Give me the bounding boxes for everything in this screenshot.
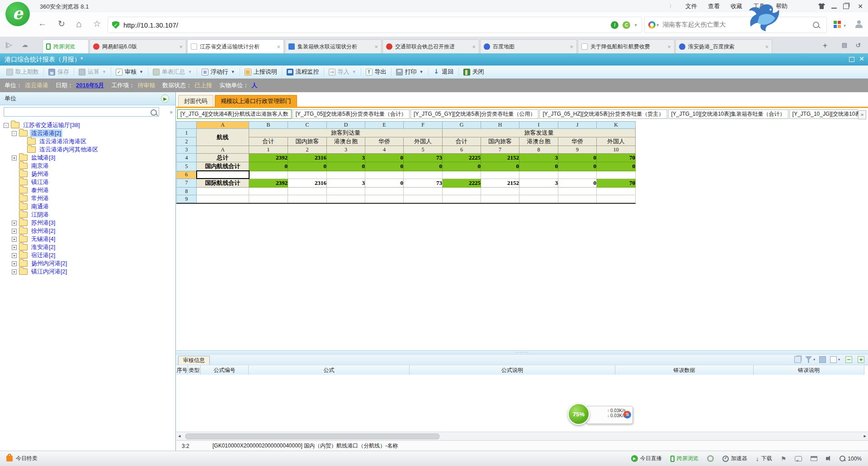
grid-cell[interactable]	[404, 188, 443, 195]
minimize-button[interactable]	[831, 4, 837, 9]
grid-cell[interactable]	[327, 195, 365, 203]
tree-item-label[interactable]: 连云港港[2]	[30, 129, 62, 137]
grid-cell[interactable]	[249, 188, 288, 195]
entity-value[interactable]: 人	[251, 81, 257, 89]
row-label-cell[interactable]: 总计	[197, 154, 249, 162]
save-result-icon[interactable]	[819, 356, 826, 363]
grid-cell[interactable]: 73	[404, 154, 443, 162]
home-icon[interactable]: ⌂	[76, 19, 82, 29]
grid-cell[interactable]	[519, 188, 558, 195]
browser-tab[interactable]: 关于降低船舶引航费收费×	[578, 39, 675, 53]
grid-cell[interactable]	[249, 195, 288, 203]
mini-logo-icon[interactable]	[707, 455, 714, 462]
toolbar-floatrow-button[interactable]: 浮动行▼	[198, 66, 239, 77]
grid-cell[interactable]	[481, 195, 519, 203]
tree-item-label[interactable]: 连云港港沿海港区	[38, 137, 88, 146]
grid-cell[interactable]: 0	[519, 162, 558, 171]
browser-tab[interactable]: 百度地图×	[480, 39, 577, 53]
expand-icon[interactable]: +	[12, 269, 17, 274]
tree-item[interactable]: +苏州港[3]	[0, 219, 175, 227]
grid-cell[interactable]	[481, 188, 519, 195]
toolbar-close-button[interactable]: 关闭	[460, 66, 488, 77]
grid-cell[interactable]: 2225	[443, 154, 481, 162]
tree-item-label[interactable]: 苏州港[3]	[30, 219, 57, 227]
column-header[interactable]: I	[519, 122, 558, 129]
row-number[interactable]: 5	[177, 162, 197, 171]
grid-cell[interactable]	[197, 195, 249, 203]
grid-cell[interactable]	[288, 188, 327, 195]
grid-cell[interactable]: 0	[365, 154, 404, 162]
speaker-icon[interactable]	[826, 457, 828, 460]
tree-item-label[interactable]: 江苏省交通运输厅[38]	[22, 121, 81, 129]
extensions-grid-icon[interactable]	[834, 21, 841, 28]
row-number[interactable]: 9	[177, 195, 197, 203]
login-avatar-icon[interactable]	[855, 20, 863, 28]
booster-button[interactable]: 加速器	[722, 455, 747, 462]
grid-cell[interactable]	[288, 195, 327, 203]
live-button[interactable]: ▶ 今日直播	[631, 455, 662, 462]
tab-close-icon[interactable]: ×	[472, 43, 476, 50]
tree-item[interactable]: +镇江内河港[2]	[0, 268, 175, 276]
tree-item-label[interactable]: 扬州内河港[2]	[30, 259, 68, 268]
url-text[interactable]: http://10.1.30.107/	[123, 21, 611, 29]
grid-cell[interactable]: 0	[597, 162, 636, 171]
grid-cell[interactable]	[558, 195, 597, 203]
audit-column-7[interactable]: 错误说明	[754, 365, 864, 375]
tree-item[interactable]: -江苏省交通运输厅[38]	[0, 121, 175, 129]
extensions-caret-icon[interactable]: ▾	[844, 23, 846, 28]
tree-item[interactable]: 连云港港内河其他港区	[0, 146, 175, 154]
tab-close-icon[interactable]: ×	[277, 43, 280, 50]
tree-item-label[interactable]: 连云港港内河其他港区	[38, 146, 99, 154]
grid-cell[interactable]	[597, 188, 636, 195]
sheet-tab[interactable]: [Y_JTG_05][交统港5表]分货类吞吐量（合计）	[292, 109, 410, 119]
browser-tab[interactable]: 网易邮箱6.0版×	[90, 39, 186, 53]
grid-cell[interactable]	[481, 171, 519, 179]
tree-item[interactable]: +无锡港[4]	[0, 235, 175, 243]
grid-cell[interactable]: 0	[558, 179, 597, 188]
tree-item[interactable]: +扬州内河港[2]	[0, 259, 175, 268]
search-input[interactable]: 湖南客车起火伤亡重大	[663, 21, 813, 29]
grid-cell[interactable]: 0	[365, 179, 404, 188]
preview-caret-icon[interactable]: ▾	[838, 358, 840, 362]
scroll-thumb[interactable]	[185, 433, 439, 439]
reopen-tab-icon[interactable]: ↺	[855, 42, 861, 49]
tree-item-label[interactable]: 淮安港[2]	[30, 243, 57, 251]
grid-cell[interactable]	[519, 195, 558, 203]
column-header[interactable]: B	[249, 122, 288, 129]
grid-cell[interactable]	[365, 188, 404, 195]
grid-cell[interactable]: 0	[481, 162, 519, 171]
tree-item[interactable]: 镇江港	[0, 178, 175, 186]
grid-cell[interactable]: 2316	[288, 154, 327, 162]
column-header[interactable]: C	[288, 122, 327, 129]
tree-item[interactable]: 江阴港	[0, 211, 175, 219]
url-dropdown-icon[interactable]: ▾	[634, 22, 637, 28]
search-magnifier-icon[interactable]	[813, 22, 819, 28]
refresh-icon[interactable]: ↻	[58, 19, 65, 29]
row-number[interactable]: 8	[177, 188, 197, 195]
grid-cell[interactable]: 2152	[481, 154, 519, 162]
scroll-right-button[interactable]: ▸	[863, 433, 866, 439]
dropdown-caret-icon[interactable]: ▼	[352, 70, 356, 74]
toolbar-print-button[interactable]: 打印▼	[392, 66, 427, 77]
tab-close-icon[interactable]: ×	[667, 43, 671, 50]
horizontal-scrollbar[interactable]: ◂ ▸	[176, 432, 868, 441]
column-header[interactable]: D	[327, 122, 365, 129]
tree-item-label[interactable]: 无锡港[4]	[30, 235, 57, 243]
tab-audit-info[interactable]: 审核信息	[178, 356, 210, 365]
grid-cell[interactable]	[197, 188, 249, 195]
tab-close-icon[interactable]: ×	[765, 43, 769, 50]
browser-tab[interactable]: 集装箱铁水联运现状分析×	[285, 39, 382, 53]
filter-caret-icon[interactable]: ▾	[813, 358, 815, 362]
search-magnifier-icon[interactable]	[151, 109, 157, 116]
toolbar-monitor-button[interactable]: 流程监控	[283, 66, 323, 77]
browser-tab[interactable]: 淮安扬港_百度搜索×	[675, 39, 772, 53]
tree-item[interactable]: 南京港	[0, 162, 175, 170]
grid-cell[interactable]: 70	[597, 154, 636, 162]
sidebar-collapse-button[interactable]: ▶	[161, 94, 169, 103]
grid-cell[interactable]: 0	[288, 162, 327, 171]
grid-cell[interactable]: 2152	[481, 179, 519, 188]
tree-item-label[interactable]: 江阴港	[30, 211, 50, 219]
expand-icon[interactable]: +	[12, 245, 17, 250]
dropdown-caret-icon[interactable]: ▼	[102, 70, 106, 74]
tree-item[interactable]: -连云港港[2]	[0, 129, 175, 137]
